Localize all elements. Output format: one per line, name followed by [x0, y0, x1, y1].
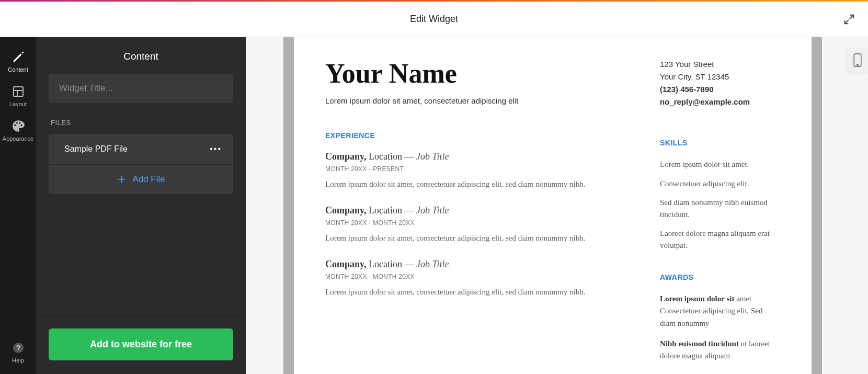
pencil-icon — [11, 50, 26, 64]
award-item: Lorem ipsum dolor sit amet Consectetuer … — [660, 293, 780, 330]
help-icon: ? — [11, 341, 26, 355]
palette-icon — [11, 119, 26, 133]
header: Edit Widget — [0, 2, 868, 37]
experience-heading: EXPERIENCE — [325, 131, 629, 140]
panel-title: Content — [36, 37, 246, 74]
job-entry: Company, Location — Job Title MONTH 20XX… — [325, 205, 629, 244]
rail-help[interactable]: ? Help — [0, 335, 36, 374]
file-name: Sample PDF File — [64, 144, 128, 154]
contact-city: Your City, ST 12345 — [660, 71, 780, 83]
svg-rect-0 — [14, 87, 23, 96]
files-label: FILES — [51, 119, 233, 127]
svg-text:?: ? — [16, 344, 20, 352]
rail-appearance[interactable]: Appearance — [0, 114, 36, 148]
preview-area: Your Name Lorem ipsum dolor sit amet, co… — [246, 37, 868, 374]
preview-gutter — [812, 37, 822, 374]
resume-name: Your Name — [325, 58, 629, 89]
rail-help-label: Help — [12, 357, 24, 364]
add-to-website-button[interactable]: Add to website for free — [49, 328, 233, 360]
skill-item: Sed diam nonummy nibh euismod tincidunt. — [660, 197, 780, 220]
files-card: Sample PDF File ••• Add File — [49, 134, 233, 194]
svg-point-4 — [857, 64, 858, 65]
preview-document: Your Name Lorem ipsum dolor sit amet, co… — [294, 37, 812, 374]
add-file-label: Add File — [132, 174, 165, 185]
skill-item: Consectetuer adipiscing elit. — [660, 178, 780, 190]
expand-icon — [843, 14, 855, 25]
file-item[interactable]: Sample PDF File ••• — [49, 134, 233, 164]
skills-heading: SKILLS — [660, 139, 780, 147]
content-panel: Content FILES Sample PDF File ••• Add Fi… — [36, 37, 246, 374]
layout-icon — [11, 84, 26, 99]
contact-street: 123 Your Street — [660, 58, 780, 71]
skill-item: Lorem ipsum dolor sit amet. — [660, 158, 780, 171]
skill-item: Laoreet dolore magna aliquam erat volutp… — [660, 228, 780, 251]
nav-rail: Content Layout Appearance ? Help — [0, 37, 36, 374]
resume-tagline: Lorem ipsum dolor sit amet, consectetuer… — [325, 96, 629, 105]
mobile-icon — [853, 53, 862, 67]
preview-gutter — [283, 37, 294, 374]
rail-appearance-label: Appearance — [3, 135, 33, 142]
mobile-preview-button[interactable] — [847, 48, 868, 73]
job-entry: Company, Location — Job Title MONTH 20XX… — [325, 151, 629, 190]
contact-email: no_reply@example.com — [660, 96, 780, 108]
rail-content[interactable]: Content — [0, 44, 36, 79]
awards-heading: AWARDS — [660, 273, 780, 281]
expand-button[interactable] — [841, 11, 858, 28]
rail-content-label: Content — [8, 66, 28, 73]
more-icon[interactable]: ••• — [210, 145, 222, 153]
job-entry: Company, Location — Job Title MONTH 20XX… — [325, 259, 629, 298]
rail-layout[interactable]: Layout — [0, 79, 36, 114]
rail-layout-label: Layout — [9, 101, 27, 107]
widget-title-input[interactable] — [49, 74, 233, 103]
award-item: Nibh euismod tincidunt ut laoreet dolore… — [660, 338, 780, 362]
contact-phone: (123) 456-7890 — [660, 83, 780, 96]
page-title: Edit Widget — [410, 14, 458, 25]
plus-icon — [117, 174, 127, 185]
add-file-button[interactable]: Add File — [49, 164, 233, 194]
